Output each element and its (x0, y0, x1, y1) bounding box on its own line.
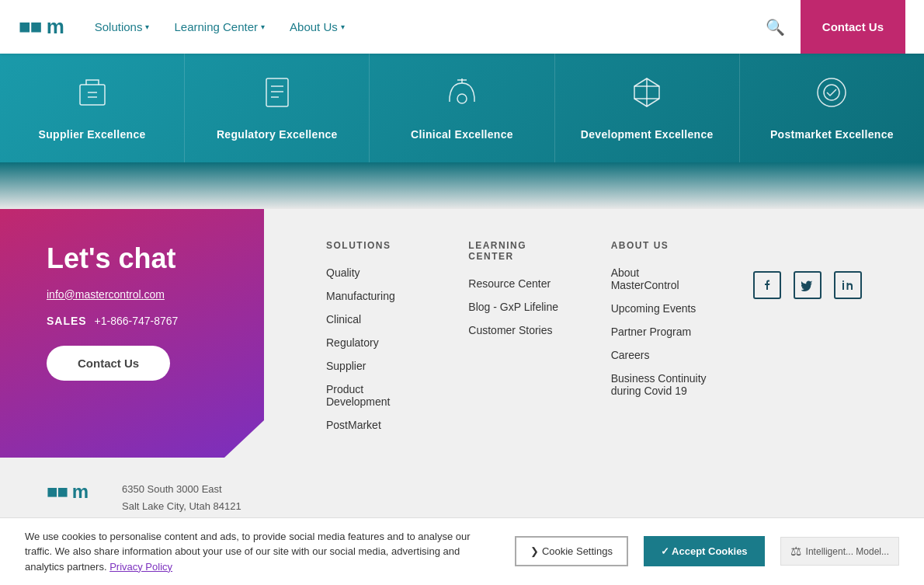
svg-point-15 (824, 85, 839, 100)
cookie-text: We use cookies to personalise content an… (25, 529, 499, 562)
sales-label: SALES (47, 315, 87, 327)
postmarket-excellence-card[interactable]: Postmarket Excellence (740, 54, 924, 162)
chat-phone: SALES +1-866-747-8767 (47, 315, 236, 327)
solutions-regulatory-link[interactable]: Regulatory (326, 336, 422, 349)
about-covid-link[interactable]: Business Continuity during Covid 19 (611, 372, 707, 397)
about-chevron-icon: ▾ (341, 23, 345, 31)
nav-links: Solutions ▾ Learning Center ▾ About Us ▾ (95, 20, 766, 33)
about-events-link[interactable]: Upcoming Events (611, 302, 707, 315)
svg-point-7 (457, 94, 467, 103)
svg-rect-0 (80, 85, 105, 105)
solutions-quality-link[interactable]: Quality (326, 266, 422, 279)
clinical-label: Clinical Excellence (382, 128, 541, 141)
clinical-excellence-card[interactable]: Clinical Excellence (370, 54, 554, 162)
chat-panel: Let's chat info@mastercontrol.com SALES … (0, 209, 264, 458)
footer-learning-col: LEARNING CENTER Resource Center Blog - G… (468, 240, 564, 458)
footer-about-col: ABOUT US About MasterControl Upcoming Ev… (611, 240, 707, 458)
solutions-clinical-link[interactable]: Clinical (326, 313, 422, 326)
chat-title: Let's chat (47, 243, 236, 274)
learning-chevron-icon: ▾ (261, 23, 265, 31)
supplier-excellence-card[interactable]: Supplier Excellence (0, 54, 185, 162)
regulatory-icon (197, 69, 356, 116)
social-icons (753, 240, 893, 458)
gradient-spacer (0, 162, 924, 209)
twitter-icon[interactable] (794, 271, 822, 299)
learning-col-title: LEARNING CENTER (468, 240, 564, 262)
cookie-accept-button[interactable]: ✓ Accept Cookies (644, 536, 765, 561)
about-careers-link[interactable]: Careers (611, 349, 707, 361)
solutions-product-link[interactable]: Product Development (326, 383, 422, 408)
chat-email[interactable]: info@mastercontrol.com (47, 288, 236, 301)
excellence-cards: Supplier Excellence Regulatory Excellenc… (0, 54, 924, 162)
solutions-links: Quality Manufacturing Clinical Regulator… (326, 266, 422, 431)
solutions-col-title: SOLUTIONS (326, 240, 422, 251)
about-links: About MasterControl Upcoming Events Part… (611, 266, 707, 397)
learning-links: Resource Center Blog - GxP Lifeline Cust… (468, 277, 564, 336)
navbar: ■■ m Solutions ▾ Learning Center ▾ About… (0, 0, 924, 54)
nav-logo[interactable]: ■■ m (19, 15, 64, 39)
footer: Let's chat info@mastercontrol.com SALES … (0, 209, 924, 561)
postmarket-icon (752, 69, 912, 116)
footer-top: Let's chat info@mastercontrol.com SALES … (0, 209, 924, 458)
postmarket-label: Postmarket Excellence (752, 128, 912, 141)
solutions-chevron-icon: ▾ (145, 23, 149, 31)
svg-point-14 (818, 78, 846, 106)
solutions-manufacturing-link[interactable]: Manufacturing (326, 290, 422, 302)
footer-links: SOLUTIONS Quality Manufacturing Clinical… (264, 209, 924, 458)
development-icon (568, 69, 727, 116)
nav-learning-center[interactable]: Learning Center ▾ (174, 20, 265, 33)
development-label: Development Excellence (568, 128, 727, 141)
regulatory-label: Regulatory Excellence (197, 128, 356, 141)
facebook-icon[interactable] (753, 271, 781, 299)
address-lines: 6350 South 3000 East Salt Lake City, Uta… (122, 481, 241, 515)
search-icon[interactable]: 🔍 (766, 18, 785, 37)
about-partner-link[interactable]: Partner Program (611, 326, 707, 338)
nav-contact-button[interactable]: Contact Us (801, 0, 905, 54)
footer-logo: ■■ m (47, 481, 88, 503)
about-mastercontrol-link[interactable]: About MasterControl (611, 266, 707, 291)
cookie-settings-button[interactable]: ❯ Cookie Settings (515, 536, 628, 561)
chat-contact-button[interactable]: Contact Us (47, 346, 170, 381)
revain-badge: ⚖ Intelligent... Model... (780, 537, 899, 561)
privacy-policy-link[interactable]: Privacy Policy (109, 561, 172, 562)
learning-resource-link[interactable]: Resource Center (468, 277, 564, 290)
svg-rect-3 (266, 78, 288, 106)
nav-solutions[interactable]: Solutions ▾ (95, 20, 150, 33)
learning-blog-link[interactable]: Blog - GxP Lifeline (468, 301, 564, 313)
development-excellence-card[interactable]: Development Excellence (555, 54, 740, 162)
footer-solutions-col: SOLUTIONS Quality Manufacturing Clinical… (326, 240, 422, 458)
cookie-bar: We use cookies to personalise content an… (0, 517, 924, 562)
about-col-title: ABOUT US (611, 240, 707, 251)
phone-number: +1-866-747-8767 (95, 315, 179, 327)
solutions-postmarket-link[interactable]: PostMarket (326, 419, 422, 431)
clinical-icon (382, 69, 541, 116)
learning-stories-link[interactable]: Customer Stories (468, 324, 564, 336)
regulatory-excellence-card[interactable]: Regulatory Excellence (185, 54, 370, 162)
nav-about-us[interactable]: About Us ▾ (290, 20, 345, 33)
supplier-icon (12, 69, 172, 116)
linkedin-icon[interactable] (834, 271, 862, 299)
solutions-supplier-link[interactable]: Supplier (326, 360, 422, 372)
supplier-label: Supplier Excellence (12, 128, 172, 141)
